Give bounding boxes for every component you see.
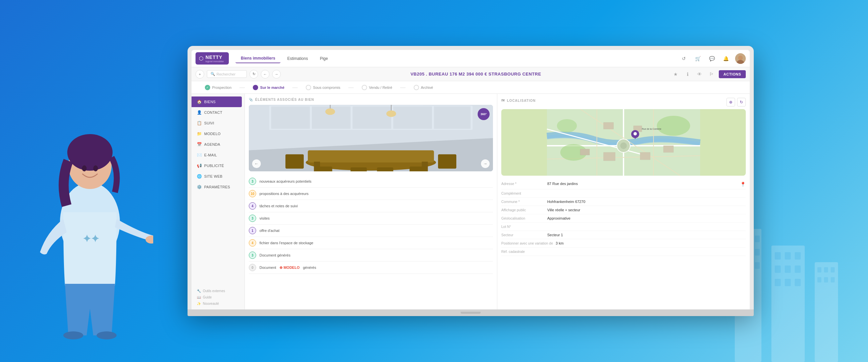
sidebar-item-site-web[interactable]: 🌐 SITE WEB — [191, 171, 245, 182]
cart-icon[interactable]: 🛒 — [693, 54, 703, 63]
svg-point-73 — [657, 116, 690, 136]
back-btn[interactable]: ← — [261, 70, 270, 78]
stats-list: 3 nouveaux acquéreurs potentiels 10 prop… — [249, 175, 493, 274]
modelo-icon: 📁 — [197, 131, 202, 136]
geoloc-value[interactable]: Approximative — [547, 216, 570, 220]
search-field[interactable]: 🔍 Rechercher — [207, 70, 247, 78]
refresh-btn[interactable]: ↻ — [249, 70, 258, 78]
history-icon[interactable]: ↺ — [679, 54, 688, 63]
image-prev-btn[interactable]: ← — [252, 159, 261, 168]
info-icon[interactable]: ℹ — [683, 70, 692, 79]
stat-row-taches[interactable]: 4 tâches et notes de suivi — [249, 200, 493, 212]
status-vendu-retire[interactable]: Vendu / Retiré — [354, 85, 400, 90]
netty-logo[interactable]: ⬡ NETTY logiciel immobilier — [195, 52, 229, 65]
complement-label: Complément — [501, 191, 545, 195]
forward-btn[interactable]: → — [272, 70, 281, 78]
property-image-container: 360° ← → — [249, 105, 493, 171]
sidebar-link-guide[interactable]: 📖 Guide — [191, 294, 245, 300]
parametres-icon: ⚙️ — [197, 185, 202, 189]
stat-label-visites: visites — [259, 216, 270, 220]
sidebar-item-publicite[interactable]: 📢 PUBLICITÉ — [191, 160, 245, 171]
svg-rect-15 — [775, 252, 781, 260]
bell-icon[interactable]: 🔔 — [721, 54, 731, 63]
siteweb-icon: 🌐 — [197, 174, 202, 179]
location-details: Adresse * 87 Rue des jardins 📍 Complémen… — [501, 180, 746, 256]
svg-rect-77 — [603, 123, 614, 129]
sidebar-link-outils[interactable]: 🔧 Outils externes — [191, 288, 245, 294]
affichage-value[interactable]: Ville réelle + secteur — [547, 208, 580, 212]
svg-rect-28 — [817, 277, 822, 283]
sidebar-item-agenda[interactable]: 📅 AGENDA — [191, 139, 245, 150]
laptop-screen: ⬡ NETTY logiciel immobilier Biens immobi… — [188, 46, 754, 309]
suivi-icon: 📋 — [197, 121, 202, 125]
status-sur-le-marche[interactable]: Sur le marché — [245, 85, 292, 90]
stat-row-propositions[interactable]: 10 propositions à des acquéreurs — [249, 188, 493, 200]
svg-rect-26 — [824, 267, 828, 272]
status-sous-compromis[interactable]: Sous compromis — [298, 85, 348, 90]
svg-rect-47 — [353, 106, 391, 129]
status-label-prospection: Prospection — [212, 86, 231, 90]
stat-row-modelo-doc[interactable]: 0 Document ⊕ MODELO générés — [249, 262, 493, 274]
chat-icon[interactable]: 💬 — [707, 54, 716, 63]
stat-row-fichier[interactable]: 4 fichier dans l'espace de stockage — [249, 237, 493, 249]
address-bar: + 🔍 Rechercher ↻ ← → VB205 . BUREAU 176 … — [191, 67, 750, 81]
status-prospection[interactable]: ✓ Prospection — [197, 85, 240, 90]
laptop-bottom — [188, 309, 754, 316]
sidebar-link-nouveaute-label: Nouveauté — [203, 302, 219, 305]
status-dot-vendu — [362, 85, 367, 90]
stat-label-generes: générés — [303, 265, 316, 269]
map-refresh-btn[interactable]: ↻ — [737, 98, 746, 106]
laptop-container: ⬡ NETTY logiciel immobilier Biens immobi… — [188, 46, 754, 316]
commune-value[interactable]: Hohfrankenheim 67270 — [547, 200, 585, 204]
sidebar-item-contact[interactable]: 👤 CONTACT — [191, 107, 245, 118]
image-next-btn[interactable]: → — [481, 159, 490, 168]
map-pin-icon[interactable]: 📍 — [740, 182, 746, 187]
address-value[interactable]: 87 Rue des jardins — [547, 182, 578, 186]
cadastrale-label: Réf. cadastrale — [501, 250, 545, 254]
avatar[interactable] — [735, 53, 746, 64]
svg-rect-80 — [640, 153, 650, 160]
svg-rect-49 — [434, 106, 471, 129]
sidebar-bottom-links: 🔧 Outils externes 📖 Guide ✨ Nouveauté — [191, 281, 245, 307]
eye-icon[interactable]: 👁 — [695, 70, 704, 79]
svg-point-84 — [633, 132, 637, 135]
svg-point-39 — [97, 331, 117, 339]
plus-icon: + — [199, 72, 201, 76]
map-container: Rue de la Conterie — [501, 109, 746, 176]
sidebar-item-biens[interactable]: 🏠 BIENS — [191, 97, 242, 107]
svg-point-40 — [738, 56, 743, 60]
stat-label-offre: offre d'achat — [259, 229, 279, 233]
loc-row-lot: Lot N° — [501, 223, 746, 231]
actions-button[interactable]: ACTIONS — [719, 70, 746, 78]
stat-row-visites[interactable]: 3 visites — [249, 212, 493, 225]
image-badge-360: 360° — [477, 108, 490, 120]
stat-row-offre[interactable]: 1 offre d'achat — [249, 225, 493, 237]
svg-rect-21 — [775, 279, 781, 286]
svg-rect-60 — [316, 167, 333, 171]
tab-estimations[interactable]: Estimations — [282, 54, 313, 63]
sidebar-item-modelo[interactable]: 📁 MODELO — [191, 128, 245, 139]
lot-label: Lot N° — [501, 225, 545, 229]
position-value[interactable]: 3 km — [556, 241, 564, 245]
status-dot-compromis — [306, 85, 311, 90]
map-crosshair-btn[interactable]: ⊕ — [726, 98, 735, 106]
status-archive[interactable]: Archivé — [406, 85, 441, 90]
sidebar-item-email[interactable]: ✉️ E-MAIL — [191, 150, 245, 160]
sidebar-link-nouveaute[interactable]: ✨ Nouveauté — [191, 300, 245, 307]
tab-biens-immobiliers[interactable]: Biens immobiliers — [236, 54, 280, 63]
star-icon[interactable]: ★ — [671, 70, 680, 79]
property-title: VB205 . BUREAU 176 M2 394 000 € STRASBOU… — [283, 71, 668, 76]
stat-badge-10: 10 — [249, 190, 256, 197]
stat-row-document[interactable]: 3 Document générés — [249, 249, 493, 262]
stat-row-acquéreurs[interactable]: 3 nouveaux acquéreurs potentiels — [249, 175, 493, 188]
agenda-icon: 📅 — [197, 142, 202, 147]
sidebar-item-suivi[interactable]: 📋 SUIVI — [191, 118, 245, 128]
flag-icon[interactable]: 🏳 — [707, 70, 716, 79]
tab-pige[interactable]: Pige — [314, 54, 333, 63]
sidebar-item-parametres[interactable]: ⚙️ PARAMÈTRES — [191, 182, 245, 192]
secteur-value[interactable]: Secteur 1 — [547, 233, 563, 237]
sidebar-label-suivi: SUIVI — [204, 121, 214, 125]
add-button[interactable]: + — [195, 70, 204, 78]
loc-row-secteur: Secteur Secteur 1 — [501, 231, 746, 239]
sidebar-label-agenda: AGENDA — [204, 142, 220, 146]
